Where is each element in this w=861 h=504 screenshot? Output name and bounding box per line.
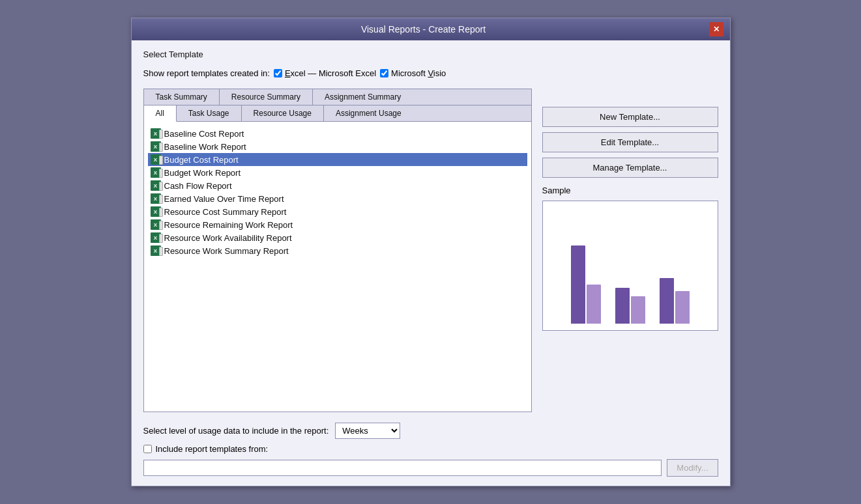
report-item-budget-cost[interactable]: X Budget Cost Report <box>148 153 527 166</box>
path-row: Modify... <box>143 459 718 477</box>
tab-row-1: Task Summary Resource Summary Assignment… <box>144 89 531 105</box>
report-item-resource-cost-summary[interactable]: X Resource Cost Summary Report <box>148 205 527 218</box>
path-input[interactable] <box>143 460 662 476</box>
visio-checkbox-label[interactable]: Microsoft Visio <box>380 68 446 78</box>
report-item-resource-work-summary[interactable]: X Resource Work Summary Report <box>148 244 527 257</box>
visio-checkbox[interactable] <box>380 69 388 77</box>
tab-assignment-usage[interactable]: Assignment Usage <box>324 105 413 121</box>
tab-task-summary[interactable]: Task Summary <box>144 89 220 105</box>
excel-icon-5: X <box>151 180 161 191</box>
chart-group-1 <box>571 245 601 324</box>
excel-icon-2: X <box>151 141 161 152</box>
report-item-cash-flow[interactable]: X Cash Flow Report <box>148 179 527 192</box>
new-template-button[interactable]: New Template... <box>542 107 718 127</box>
usage-select[interactable]: Weeks Days Months <box>335 423 400 439</box>
left-panel: Task Summary Resource Summary Assignment… <box>143 89 532 412</box>
bar-2-1 <box>615 288 630 324</box>
dialog-title: Visual Reports - Create Report <box>138 24 709 35</box>
excel-label: Excel — Microsoft Excel <box>285 68 376 78</box>
bar-3-1 <box>660 278 674 324</box>
report-label-10: Resource Work Summary Report <box>164 246 289 256</box>
excel-icon-7: X <box>151 206 161 217</box>
main-area: Task Summary Resource Summary Assignment… <box>143 89 718 412</box>
tab-all[interactable]: All <box>144 105 177 122</box>
excel-checkbox-label[interactable]: Excel — Microsoft Excel <box>274 68 376 78</box>
excel-icon-3: X <box>151 154 161 165</box>
dialog: Visual Reports - Create Report ✕ Select … <box>131 18 731 486</box>
dialog-body: Select Template Show report templates cr… <box>132 40 730 486</box>
report-label-4: Budget Work Report <box>164 168 241 178</box>
chart-group-2 <box>615 288 645 324</box>
report-label-6: Earned Value Over Time Report <box>164 194 284 204</box>
report-label-3: Budget Cost Report <box>164 155 239 165</box>
tab-resource-summary[interactable]: Resource Summary <box>220 89 313 105</box>
excel-icon-1: X <box>151 128 161 139</box>
report-list: X Baseline Cost Report X Baseline Work R… <box>144 122 531 412</box>
tab-task-usage[interactable]: Task Usage <box>177 105 242 121</box>
excel-icon-4: X <box>151 167 161 178</box>
excel-icon-6: X <box>151 193 161 204</box>
include-label: Include report templates from: <box>156 444 269 454</box>
report-label-1: Baseline Cost Report <box>164 129 244 139</box>
include-row: Include report templates from: <box>143 444 718 454</box>
sample-chart <box>542 201 718 331</box>
show-created-label: Show report templates created in: <box>143 68 270 78</box>
report-label-2: Baseline Work Report <box>164 142 246 152</box>
report-label-7: Resource Cost Summary Report <box>164 207 287 217</box>
bar-1-1 <box>571 245 585 324</box>
excel-icon-10: X <box>151 245 161 256</box>
sample-label: Sample <box>542 186 718 195</box>
visio-label: Microsoft Visio <box>391 68 446 78</box>
bottom-section: Select level of usage data to include in… <box>143 423 718 477</box>
bar-2-2 <box>631 296 645 324</box>
select-template-label: Select Template <box>143 49 718 59</box>
report-item-resource-remaining[interactable]: X Resource Remaining Work Report <box>148 218 527 231</box>
edit-template-button[interactable]: Edit Template... <box>542 132 718 152</box>
excel-icon-8: X <box>151 219 161 230</box>
report-item-baseline-cost[interactable]: X Baseline Cost Report <box>148 127 527 140</box>
report-item-baseline-work[interactable]: X Baseline Work Report <box>148 140 527 153</box>
tab-resource-usage[interactable]: Resource Usage <box>242 105 324 121</box>
report-item-resource-availability[interactable]: X Resource Work Availability Report <box>148 231 527 244</box>
include-checkbox[interactable] <box>143 445 152 453</box>
show-created-row: Show report templates created in: Excel … <box>143 68 718 78</box>
report-label-9: Resource Work Availability Report <box>164 233 292 243</box>
excel-checkbox[interactable] <box>274 69 282 77</box>
report-item-budget-work[interactable]: X Budget Work Report <box>148 166 527 179</box>
report-label-5: Cash Flow Report <box>164 181 232 191</box>
modify-button[interactable]: Modify... <box>667 459 718 477</box>
close-button[interactable]: ✕ <box>709 22 723 36</box>
tabs-container: Task Summary Resource Summary Assignment… <box>143 89 532 412</box>
right-panel: New Template... Edit Template... Manage … <box>542 89 718 412</box>
usage-label: Select level of usage data to include in… <box>143 426 329 436</box>
manage-template-button[interactable]: Manage Template... <box>542 158 718 178</box>
chart-group-3 <box>660 278 690 324</box>
bar-1-2 <box>587 285 601 324</box>
bar-3-2 <box>675 291 690 324</box>
tab-row-2: All Task Usage Resource Usage Assignment… <box>144 105 531 122</box>
report-item-earned-value[interactable]: X Earned Value Over Time Report <box>148 192 527 205</box>
tab-assignment-summary[interactable]: Assignment Summary <box>313 89 413 105</box>
report-label-8: Resource Remaining Work Report <box>164 220 293 230</box>
excel-icon-9: X <box>151 232 161 243</box>
usage-row: Select level of usage data to include in… <box>143 423 718 439</box>
title-bar: Visual Reports - Create Report ✕ <box>132 18 730 40</box>
